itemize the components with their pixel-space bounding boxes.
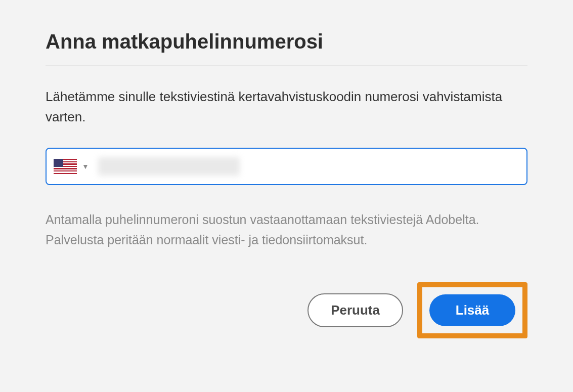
- dialog-actions: Peruuta Lisää: [46, 282, 527, 338]
- phone-number-redacted: [98, 157, 240, 176]
- add-button-highlight: Lisää: [417, 282, 527, 338]
- consent-text: Antamalla puhelinnumeroni suostun vastaa…: [46, 209, 527, 250]
- add-button[interactable]: Lisää: [429, 294, 515, 326]
- flag-us-icon: [54, 159, 77, 174]
- description-text: Lähetämme sinulle tekstiviestinä kertava…: [46, 86, 527, 127]
- divider: [46, 65, 527, 66]
- chevron-down-icon: ▼: [82, 162, 89, 170]
- cancel-button[interactable]: Peruuta: [307, 293, 403, 327]
- dialog-body: Anna matkapuhelinnumerosi Lähetämme sinu…: [0, 0, 573, 359]
- country-code-selector[interactable]: ▼: [54, 159, 96, 174]
- page-title: Anna matkapuhelinnumerosi: [46, 30, 527, 53]
- phone-input-group[interactable]: ▼: [46, 148, 527, 185]
